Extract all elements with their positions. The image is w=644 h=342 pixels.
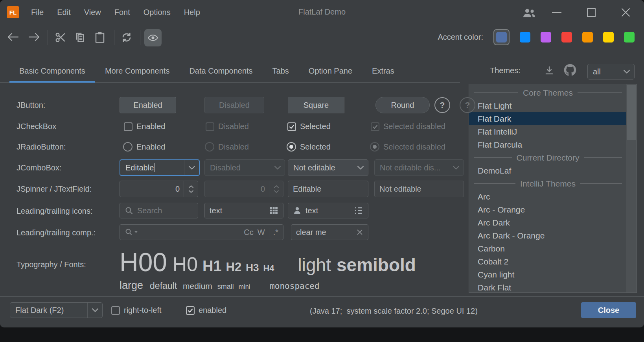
- enabled-checkbox[interactable]: enabled: [186, 306, 226, 315]
- theme-item-cyan-light[interactable]: Cyan light: [469, 268, 627, 281]
- close-button[interactable]: Close: [581, 302, 636, 318]
- accent-swatch-purple[interactable]: [541, 32, 551, 43]
- enabled-button[interactable]: Enabled: [120, 97, 176, 113]
- leading-trailing-icons-row-label: Leading/trailing icons:: [17, 207, 92, 216]
- checkbox-icon: [124, 122, 132, 131]
- right-to-left-checkbox[interactable]: right-to-left: [111, 306, 162, 315]
- back-button[interactable]: [7, 32, 19, 42]
- theme-item-arc-orange[interactable]: Arc - Orange: [469, 203, 627, 216]
- radio-selected[interactable]: Selected: [287, 142, 331, 152]
- tab-extras[interactable]: Extras: [362, 59, 404, 83]
- chevron-down-icon[interactable]: [184, 160, 199, 175]
- download-icon: [544, 65, 554, 76]
- accent-swatch-green[interactable]: [624, 32, 635, 43]
- forward-button[interactable]: [28, 32, 40, 42]
- editable-combobox[interactable]: Editable: [120, 159, 200, 176]
- clear-icon[interactable]: [356, 229, 363, 236]
- themes-scrollbar-thumb[interactable]: [627, 85, 636, 140]
- text-field-with-user-and-list-icons[interactable]: text: [288, 203, 368, 218]
- spinner[interactable]: 0: [120, 181, 198, 197]
- close-window-button[interactable]: [621, 8, 630, 17]
- checkbox-checked-icon: [287, 122, 296, 131]
- chevron-down-icon: [270, 160, 285, 176]
- jbutton-row-label: JButton:: [17, 101, 45, 110]
- theme-item-arc-dark[interactable]: Arc Dark: [469, 216, 627, 229]
- arrow-right-icon: [28, 32, 40, 42]
- monospaced-sample: monospaced: [270, 281, 319, 291]
- checkbox-enabled[interactable]: Enabled: [124, 122, 165, 131]
- spinner-up-down-icons[interactable]: [184, 181, 198, 197]
- users-button[interactable]: [522, 8, 536, 18]
- help-button[interactable]: ?: [434, 97, 450, 113]
- tab-data-components[interactable]: Data Components: [179, 59, 262, 83]
- download-themes-button[interactable]: [544, 65, 554, 76]
- theme-item-flat-darcula[interactable]: Flat Darcula: [469, 138, 627, 151]
- chevron-down-icon: [353, 160, 368, 176]
- theme-item-arc[interactable]: Arc: [469, 190, 627, 203]
- disabled-combobox: Disabled: [204, 159, 285, 176]
- h00-sample: H00: [120, 247, 167, 277]
- radio-icon: [123, 142, 132, 152]
- list-icon[interactable]: [354, 206, 363, 215]
- radio-enabled[interactable]: Enabled: [123, 142, 165, 152]
- accent-swatch-red[interactable]: [561, 32, 572, 43]
- accent-swatch-selected-frame: [493, 29, 510, 45]
- github-link-button[interactable]: [564, 64, 576, 76]
- tab-option-pane[interactable]: Option Pane: [299, 59, 362, 83]
- table-icon[interactable]: [269, 206, 278, 215]
- radio-selected-icon: [287, 142, 296, 152]
- theme-item-dark-flat[interactable]: Dark Flat: [469, 281, 627, 293]
- accent-swatch-blue[interactable]: [520, 32, 530, 43]
- tab-more-components[interactable]: More Components: [95, 59, 180, 83]
- theme-item-carbon[interactable]: Carbon: [469, 242, 627, 255]
- accent-swatch-default[interactable]: [496, 32, 507, 43]
- clearable-text-field[interactable]: clear me: [291, 224, 368, 240]
- checkbox-icon: [206, 122, 214, 131]
- checkbox-checked-icon: [371, 122, 379, 131]
- checkbox-checked-icon: [186, 306, 195, 315]
- copy-button[interactable]: [74, 31, 86, 43]
- minimize-button[interactable]: [552, 12, 561, 13]
- theme-item-demolaf[interactable]: DemoLaf: [469, 164, 627, 177]
- theme-item-flat-dark[interactable]: Flat Dark: [469, 112, 627, 125]
- search-field[interactable]: Search: [120, 203, 198, 218]
- maximize-button[interactable]: [587, 8, 596, 17]
- arrow-left-icon: [7, 32, 19, 42]
- not-editable-combobox[interactable]: Not editable: [288, 159, 368, 176]
- typography-size-samples: large default medium small mini monospac…: [120, 279, 320, 292]
- search-icon: [125, 206, 133, 215]
- match-case-button[interactable]: Cc: [244, 228, 253, 237]
- editable-textfield[interactable]: Editable: [288, 181, 368, 197]
- text-field-with-table-icon[interactable]: text: [204, 203, 283, 218]
- whole-word-button[interactable]: W: [258, 228, 265, 237]
- help-button-disabled: ?: [460, 97, 475, 113]
- cut-button[interactable]: [55, 31, 66, 43]
- search-with-menu-icon[interactable]: [125, 228, 138, 237]
- theme-item-flat-light[interactable]: Flat Light: [469, 99, 627, 112]
- toolbar-separator: [48, 30, 48, 45]
- square-button[interactable]: Square: [288, 97, 344, 113]
- themes-scrollbar[interactable]: [626, 84, 637, 292]
- theme-item-arc-dark-orange[interactable]: Arc Dark - Orange: [469, 229, 627, 242]
- refresh-button[interactable]: [121, 31, 132, 43]
- accent-swatch-orange[interactable]: [582, 32, 593, 43]
- tab-basic-components[interactable]: Basic Components: [9, 59, 95, 83]
- show-hidden-toggle-button[interactable]: [144, 29, 162, 46]
- chevron-down-icon: [87, 303, 102, 318]
- toolbar-separator: [114, 30, 114, 45]
- theme-item-flat-intellij[interactable]: Flat IntelliJ: [469, 125, 627, 138]
- laf-selector-combobox[interactable]: Flat Dark (F2): [10, 302, 103, 318]
- checkbox-selected[interactable]: Selected: [287, 122, 331, 131]
- accent-swatch-yellow[interactable]: [603, 32, 614, 43]
- paste-button[interactable]: [94, 31, 105, 43]
- themes-filter-combobox[interactable]: all: [587, 64, 635, 79]
- h0-sample: H0: [173, 253, 198, 276]
- h3-sample: H3: [246, 262, 259, 274]
- tab-tabs[interactable]: Tabs: [263, 59, 299, 83]
- search-field-with-options[interactable]: Cc W .*: [120, 224, 283, 240]
- radio-selected-disabled: Selected disabled: [370, 142, 445, 152]
- theme-item-cobalt-2[interactable]: Cobalt 2: [469, 255, 627, 268]
- regex-button[interactable]: .*: [273, 228, 278, 237]
- not-editable-disabled-combobox: Not editable dis...: [374, 159, 464, 176]
- round-button[interactable]: Round: [375, 97, 430, 113]
